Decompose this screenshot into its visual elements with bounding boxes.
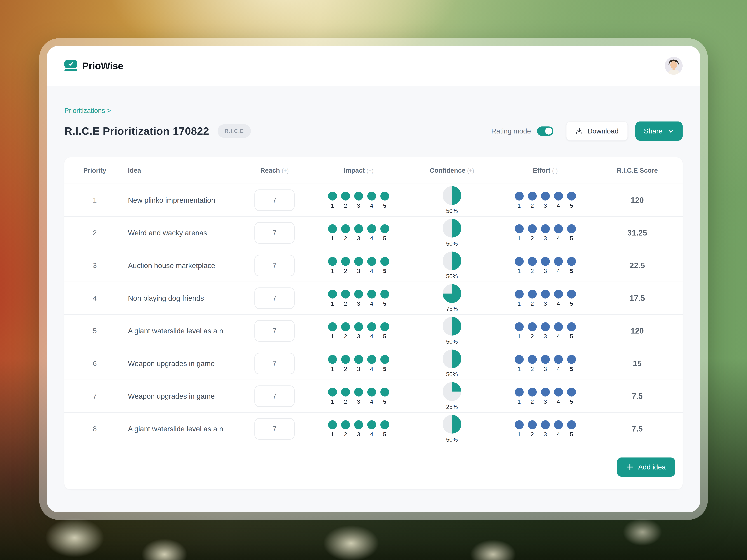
effort-dot-1[interactable]: 1 — [515, 355, 524, 372]
reach-input[interactable] — [254, 255, 294, 276]
impact-dot-2[interactable]: 2 — [341, 224, 350, 241]
impact-dot-2[interactable]: 2 — [341, 290, 350, 307]
effort-dot-3[interactable]: 3 — [541, 388, 550, 405]
impact-dot-4[interactable]: 4 — [367, 322, 376, 340]
user-avatar[interactable] — [665, 57, 682, 75]
download-button[interactable]: Download — [566, 122, 628, 141]
reach-input[interactable] — [254, 320, 294, 342]
effort-dot-5[interactable]: 5 — [567, 257, 576, 274]
effort-dot-3[interactable]: 3 — [541, 355, 550, 372]
impact-dot-2[interactable]: 2 — [341, 355, 350, 372]
effort-dot-4[interactable]: 4 — [554, 388, 563, 405]
effort-dot-4[interactable]: 4 — [554, 224, 563, 241]
impact-dot-5[interactable]: 5 — [380, 355, 389, 372]
impact-dot-1[interactable]: 1 — [328, 290, 337, 307]
impact-dot-1[interactable]: 1 — [328, 192, 337, 209]
share-button[interactable]: Share — [636, 122, 682, 141]
impact-dot-2[interactable]: 2 — [341, 388, 350, 405]
breadcrumb[interactable]: Prioritizations > — [65, 107, 682, 114]
impact-dot-2[interactable]: 2 — [341, 257, 350, 274]
effort-dot-3[interactable]: 3 — [541, 224, 550, 241]
confidence-picker[interactable]: 50% — [443, 317, 461, 345]
impact-dot-3[interactable]: 3 — [354, 355, 363, 372]
reach-input[interactable] — [254, 222, 294, 244]
effort-dot-3[interactable]: 3 — [541, 192, 550, 209]
effort-dot-5[interactable]: 5 — [567, 192, 576, 209]
impact-dot-4[interactable]: 4 — [367, 388, 376, 405]
effort-dot-2[interactable]: 2 — [528, 290, 537, 307]
reach-input[interactable] — [254, 418, 294, 439]
effort-dot-5[interactable]: 5 — [567, 388, 576, 405]
impact-dot-1[interactable]: 1 — [328, 420, 337, 437]
confidence-picker[interactable]: 75% — [443, 284, 461, 312]
reach-input[interactable] — [254, 385, 294, 407]
effort-dot-1[interactable]: 1 — [515, 420, 524, 437]
effort-dot-2[interactable]: 2 — [528, 355, 537, 372]
impact-dot-4[interactable]: 4 — [367, 257, 376, 274]
impact-dot-3[interactable]: 3 — [354, 224, 363, 241]
effort-dot-2[interactable]: 2 — [528, 322, 537, 340]
impact-dot-2[interactable]: 2 — [341, 420, 350, 437]
confidence-picker[interactable]: 25% — [443, 382, 461, 410]
effort-dot-1[interactable]: 1 — [515, 388, 524, 405]
impact-dot-3[interactable]: 3 — [354, 322, 363, 340]
add-idea-button[interactable]: Add idea — [617, 457, 675, 477]
impact-dot-1[interactable]: 1 — [328, 257, 337, 274]
effort-dot-1[interactable]: 1 — [515, 322, 524, 340]
effort-dot-3[interactable]: 3 — [541, 322, 550, 340]
effort-dot-3[interactable]: 3 — [541, 257, 550, 274]
impact-dot-1[interactable]: 1 — [328, 322, 337, 340]
impact-dot-2[interactable]: 2 — [341, 322, 350, 340]
impact-dot-2[interactable]: 2 — [341, 192, 350, 209]
impact-dot-5[interactable]: 5 — [380, 322, 389, 340]
effort-dot-5[interactable]: 5 — [567, 224, 576, 241]
effort-dot-2[interactable]: 2 — [528, 420, 537, 437]
effort-dot-2[interactable]: 2 — [528, 257, 537, 274]
effort-dot-4[interactable]: 4 — [554, 257, 563, 274]
impact-dot-4[interactable]: 4 — [367, 355, 376, 372]
effort-dot-1[interactable]: 1 — [515, 257, 524, 274]
effort-dot-2[interactable]: 2 — [528, 192, 537, 209]
effort-dot-4[interactable]: 4 — [554, 322, 563, 340]
impact-dot-1[interactable]: 1 — [328, 388, 337, 405]
effort-dot-3[interactable]: 3 — [541, 290, 550, 307]
confidence-picker[interactable]: 50% — [443, 186, 461, 214]
impact-dot-1[interactable]: 1 — [328, 355, 337, 372]
impact-dot-5[interactable]: 5 — [380, 192, 389, 209]
effort-dot-1[interactable]: 1 — [515, 192, 524, 209]
impact-dot-5[interactable]: 5 — [380, 388, 389, 405]
effort-dot-1[interactable]: 1 — [515, 224, 524, 241]
impact-dot-3[interactable]: 3 — [354, 257, 363, 274]
impact-dot-3[interactable]: 3 — [354, 388, 363, 405]
effort-dot-5[interactable]: 5 — [567, 290, 576, 307]
reach-input[interactable] — [254, 189, 294, 211]
impact-dot-1[interactable]: 1 — [328, 224, 337, 241]
effort-dot-4[interactable]: 4 — [554, 355, 563, 372]
effort-dot-4[interactable]: 4 — [554, 192, 563, 209]
reach-input[interactable] — [254, 353, 294, 374]
impact-dot-5[interactable]: 5 — [380, 290, 389, 307]
rating-mode-toggle[interactable] — [537, 127, 553, 136]
app-logo[interactable]: PrioWise — [65, 60, 123, 72]
impact-dot-4[interactable]: 4 — [367, 420, 376, 437]
effort-dot-2[interactable]: 2 — [528, 224, 537, 241]
effort-dot-1[interactable]: 1 — [515, 290, 524, 307]
impact-dot-4[interactable]: 4 — [367, 290, 376, 307]
impact-dot-3[interactable]: 3 — [354, 192, 363, 209]
impact-dot-5[interactable]: 5 — [380, 224, 389, 241]
effort-dot-4[interactable]: 4 — [554, 420, 563, 437]
effort-dot-5[interactable]: 5 — [567, 420, 576, 437]
confidence-picker[interactable]: 50% — [443, 349, 461, 377]
effort-dot-5[interactable]: 5 — [567, 355, 576, 372]
impact-dot-5[interactable]: 5 — [380, 420, 389, 437]
effort-dot-5[interactable]: 5 — [567, 322, 576, 340]
effort-dot-3[interactable]: 3 — [541, 420, 550, 437]
confidence-picker[interactable]: 50% — [443, 415, 461, 443]
impact-dot-5[interactable]: 5 — [380, 257, 389, 274]
reach-input[interactable] — [254, 288, 294, 309]
confidence-picker[interactable]: 50% — [443, 251, 461, 279]
impact-dot-4[interactable]: 4 — [367, 192, 376, 209]
effort-dot-4[interactable]: 4 — [554, 290, 563, 307]
impact-dot-3[interactable]: 3 — [354, 420, 363, 437]
impact-dot-4[interactable]: 4 — [367, 224, 376, 241]
